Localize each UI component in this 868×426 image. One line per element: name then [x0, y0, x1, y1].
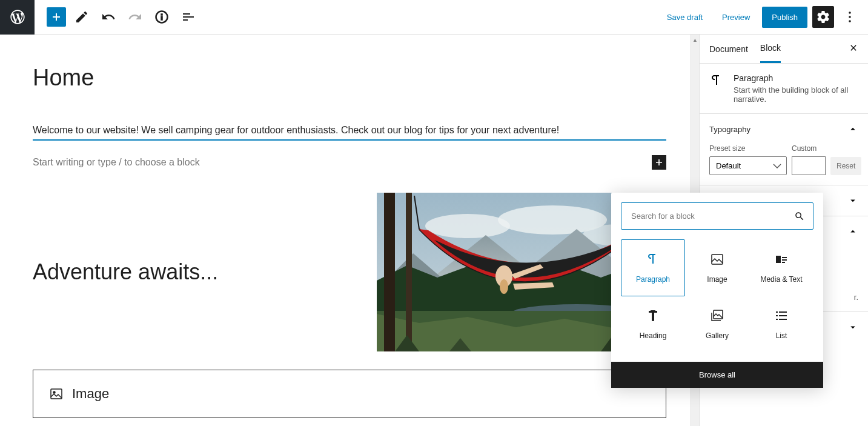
reset-button[interactable]: Reset	[830, 157, 861, 175]
save-draft-button[interactable]: Save draft	[660, 8, 710, 27]
settings-button[interactable]	[812, 6, 834, 28]
svg-point-23	[500, 279, 508, 294]
preset-size-select[interactable]: Default	[709, 156, 787, 175]
edit-mode-button[interactable]	[71, 6, 93, 28]
svg-rect-19	[406, 193, 412, 351]
wordpress-logo[interactable]	[0, 0, 35, 35]
block-item-gallery[interactable]: Gallery	[685, 296, 749, 352]
image-icon	[710, 252, 724, 267]
info-button[interactable]	[151, 6, 173, 28]
chevron-down-icon	[847, 322, 858, 333]
svg-rect-49	[779, 319, 787, 320]
preset-size-label: Preset size	[709, 144, 787, 153]
block-inserter-popover: Paragraph Image Media & Text Heading Gal…	[611, 193, 823, 388]
block-item-image[interactable]: Image	[685, 239, 749, 296]
editor-canvas[interactable]: Home Welcome to our website! We sell cam…	[0, 35, 699, 426]
inline-add-button[interactable]	[652, 155, 666, 170]
chevron-down-icon	[847, 195, 858, 206]
block-search-input[interactable]	[621, 202, 813, 230]
gallery-icon	[710, 308, 724, 323]
svg-point-30	[53, 391, 55, 393]
svg-rect-18	[384, 193, 395, 351]
paragraph-icon	[709, 73, 724, 88]
block-item-media-text[interactable]: Media & Text	[749, 239, 813, 296]
more-menu-button[interactable]	[839, 6, 861, 28]
preview-button[interactable]: Preview	[715, 8, 757, 27]
svg-rect-44	[776, 311, 778, 313]
outline-button[interactable]	[177, 6, 199, 28]
tab-document[interactable]: Document	[709, 36, 748, 62]
list-icon	[774, 308, 789, 323]
svg-rect-1	[161, 16, 162, 20]
chevron-up-icon	[847, 124, 858, 135]
svg-rect-42	[652, 311, 654, 320]
svg-rect-46	[776, 315, 778, 316]
block-item-paragraph[interactable]: Paragraph	[621, 239, 685, 296]
svg-rect-35	[782, 262, 785, 263]
redo-button[interactable]	[124, 6, 146, 28]
page-title[interactable]: Home	[33, 65, 666, 91]
typography-panel: Typography Preset size Default Custom Re…	[700, 113, 868, 185]
image-block-placeholder[interactable]: Image	[33, 370, 666, 418]
toolbar-right: Save draft Preview Publish	[660, 6, 868, 28]
top-toolbar: Save draft Preview Publish	[0, 0, 868, 35]
svg-rect-29	[51, 389, 62, 399]
sidebar-tabs: Document Block	[700, 35, 868, 64]
typography-panel-header[interactable]: Typography	[700, 114, 868, 144]
block-item-heading[interactable]: Heading	[621, 296, 685, 352]
svg-rect-47	[779, 315, 787, 316]
empty-block-row: Start writing or type / to choose a bloc…	[33, 150, 666, 175]
svg-point-4	[849, 16, 851, 18]
undo-button[interactable]	[98, 6, 119, 28]
svg-rect-33	[782, 257, 787, 258]
add-block-button[interactable]	[47, 7, 66, 27]
paragraph-icon	[646, 252, 660, 267]
tab-block[interactable]: Block	[760, 35, 781, 63]
svg-rect-32	[776, 256, 781, 263]
block-description: Start with the building block of all nar…	[734, 85, 858, 104]
image-block-label: Image	[49, 386, 650, 402]
search-icon	[794, 211, 805, 222]
svg-rect-31	[712, 255, 723, 264]
svg-rect-45	[779, 311, 787, 313]
custom-size-label: Custom	[792, 144, 826, 153]
block-item-list[interactable]: List	[749, 296, 813, 352]
block-info: Paragraph Start with the building block …	[700, 64, 868, 113]
publish-button[interactable]: Publish	[762, 7, 807, 28]
block-name: Paragraph	[734, 73, 858, 83]
heading-block[interactable]: Adventure awaits...	[33, 259, 359, 285]
svg-point-3	[849, 12, 851, 14]
toolbar-left	[35, 6, 199, 28]
block-grid: Paragraph Image Media & Text Heading Gal…	[621, 239, 813, 352]
browse-all-button[interactable]: Browse all	[611, 362, 823, 388]
media-text-block[interactable]: Adventure awaits...	[33, 193, 666, 351]
paragraph-block[interactable]: Welcome to our website! We sell camping …	[33, 121, 666, 141]
svg-point-0	[161, 14, 162, 15]
block-placeholder[interactable]: Start writing or type / to choose a bloc…	[33, 157, 200, 168]
svg-rect-48	[776, 319, 778, 320]
svg-point-5	[849, 20, 851, 22]
media-text-icon	[774, 252, 789, 267]
heading-icon	[646, 308, 660, 323]
svg-rect-34	[782, 259, 787, 261]
chevron-up-icon	[847, 226, 858, 237]
close-sidebar-button[interactable]	[849, 43, 858, 55]
custom-size-input[interactable]	[792, 156, 826, 175]
